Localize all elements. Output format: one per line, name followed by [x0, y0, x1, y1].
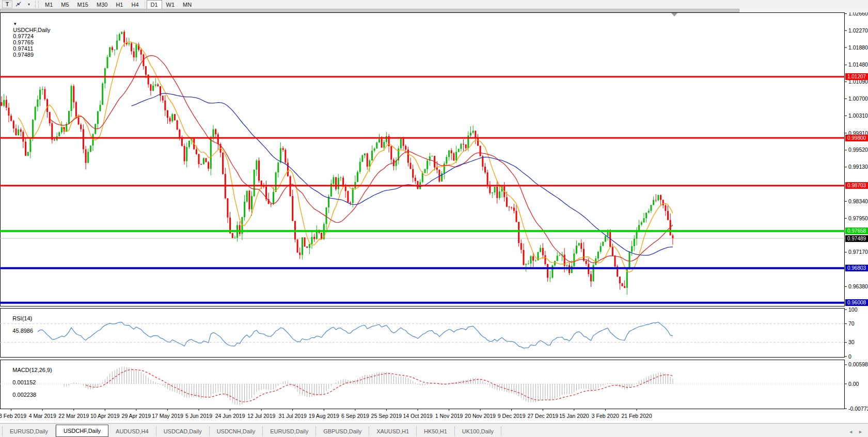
level-price-badge: 0.99800 [845, 135, 868, 141]
price-tick-label: 1.02660 [848, 12, 868, 17]
chart-tab-eurusd-daily[interactable]: EURUSD,Daily [2, 426, 56, 436]
chart-tab-usdcnh-daily[interactable]: USDCNH,Daily [210, 426, 263, 436]
timeframe-toolbar: M1M5M15M30H1H4D1W1MN [41, 0, 196, 9]
date-tick-label: 29 Apr 2019 [122, 413, 151, 419]
price-tick-label: 1.01880 [848, 44, 868, 51]
toolbar-grip [35, 1, 39, 8]
date-tick-label: 10 Apr 2019 [90, 413, 120, 419]
text-tool-icon: T [6, 2, 9, 7]
level-price-badge: 0.96008 [845, 299, 868, 306]
date-tick-label: 15 Jan 2020 [559, 413, 589, 419]
toolbar-separator [145, 1, 145, 8]
arrange-charts-button[interactable] [13, 1, 23, 8]
level-price-badge: 1.01207 [845, 73, 868, 80]
date-tick-label: 20 Nov 2019 [465, 413, 496, 419]
date-tick-label: 21 Feb 2020 [622, 413, 652, 419]
chart-area: 1.026601.022701.018801.014801.010901.007… [0, 12, 868, 423]
date-tick-label: 14 Oct 2019 [403, 413, 432, 419]
quote-close: 0.97489 [13, 52, 34, 58]
price-tick-label: 0.99520 [848, 147, 868, 153]
rsi-indicator-label: RSI(14) 45.8986 [3, 309, 33, 340]
date-tick-label: 13 Feb 2019 [0, 413, 26, 419]
price-tick-label: 0.96380 [848, 283, 868, 289]
macd-indicator-label: MACD(12,26,9) 0.001152 0.002238 [3, 361, 52, 404]
chart-tab-gbpusd-daily[interactable]: GBPUSD,Daily [316, 426, 369, 436]
chart-tab-bar: EURUSD,DailyUSDCHF,DailyAUDUSD,H4USDCAD,… [0, 423, 868, 437]
rsi-name: RSI(14) [12, 315, 32, 321]
quote-low: 0.97411 [13, 45, 33, 52]
timeframe-button-h4[interactable]: H4 [127, 0, 143, 9]
quote-high: 0.97765 [13, 39, 34, 45]
macd-tick-label: 0.005986 [848, 361, 868, 367]
arrange-dropdown-caret[interactable]: ▾ [24, 1, 33, 8]
macd-signal-value: 0.002238 [12, 392, 36, 398]
main-panel[interactable] [1, 13, 845, 306]
date-tick-label: 25 Sep 2019 [371, 413, 402, 419]
rsi-tick-label: 100 [848, 306, 858, 313]
toolbar: T ▾ M1M5M15M30H1H4D1W1MN [0, 0, 868, 9]
level-price-badge: 0.98703 [845, 182, 868, 189]
macd-name: MACD(12,26,9) [12, 367, 52, 373]
timeframe-button-m5[interactable]: M5 [57, 0, 73, 9]
chart-canvas[interactable]: 1.026601.022701.018801.014801.010901.007… [0, 12, 868, 423]
rsi-tick-label: 70 [848, 320, 855, 327]
chart-tab-usdchf-daily[interactable]: USDCHF,Daily [56, 425, 108, 437]
price-tick-label: 1.00310 [848, 112, 868, 119]
arrange-arrows-icon [15, 1, 22, 8]
terminal-window: T ▾ M1M5M15M30H1H4D1W1MN 1.026601.022701… [0, 0, 868, 437]
level-price-badge: 0.97658 [845, 228, 868, 234]
date-tick-label: 4 Mar 2019 [29, 413, 56, 419]
chart-tab-audusd-h4[interactable]: AUDUSD,H4 [108, 426, 156, 436]
chart-tab-eurusd-daily[interactable]: EURUSD,Daily [263, 426, 316, 436]
macd-tick-label: 0.00 [848, 381, 859, 387]
date-tick-label: 12 Jul 2019 [247, 413, 275, 419]
level-price-badge: 0.96803 [845, 265, 868, 271]
date-tick-label: 9 Dec 2019 [498, 413, 526, 419]
chart-horizontal-scrollbar[interactable] [0, 9, 868, 12]
timeframe-button-m15[interactable]: M15 [73, 0, 92, 9]
date-tick-label: 5 Jun 2019 [185, 413, 212, 419]
date-tick-label: 27 Dec 2019 [528, 413, 559, 419]
date-tick-label: 19 Aug 2019 [309, 413, 339, 419]
chart-tab-uk100-daily[interactable]: UK100,Daily [455, 426, 501, 436]
date-tick-label: 17 May 2019 [152, 413, 183, 419]
rsi-value: 45.8986 [12, 328, 33, 334]
quote-open: 0.97724 [13, 33, 34, 39]
current-price-badge: 0.97489 [845, 235, 868, 242]
chart-tab-usdcad-daily[interactable]: USDCAD,Daily [156, 426, 210, 436]
scrollbar-thumb[interactable] [0, 9, 739, 12]
macd-tick-label: -0.007737 [848, 406, 868, 412]
timeframe-button-d1[interactable]: D1 [147, 0, 162, 9]
price-tick-label: 0.97950 [848, 215, 868, 221]
price-tick-label: 0.99130 [848, 164, 868, 170]
date-tick-label: 22 Mar 2019 [58, 413, 89, 419]
chevron-down-icon: ▾ [28, 2, 30, 7]
timeframe-button-w1[interactable]: W1 [162, 0, 179, 9]
price-tick-label: 1.02270 [848, 27, 868, 34]
text-tool-button[interactable]: T [2, 1, 12, 8]
symbol-dropdown-icon[interactable]: ▼ [13, 22, 17, 26]
date-tick-label: 31 Jul 2019 [279, 413, 307, 419]
chart-tab-xauusd-h1[interactable]: XAUUSD,H1 [369, 426, 417, 436]
rsi-tick-label: 30 [848, 339, 855, 345]
chart-ohlc-header: ▼ USDCHF,Daily 0.97724 0.97765 0.97411 0… [4, 14, 56, 64]
date-tick-label: 3 Feb 2020 [592, 413, 619, 419]
tab-scroll-left-icon[interactable]: ◄ [848, 429, 853, 434]
symbol-name: USDCHF,Daily [13, 27, 50, 33]
price-tick-label: 0.97170 [848, 249, 868, 255]
price-tick-label: 1.00700 [848, 95, 868, 102]
date-tick-label: 1 Nov 2019 [435, 413, 463, 419]
timeframe-button-m1[interactable]: M1 [41, 0, 57, 9]
price-tick-label: 0.98340 [848, 198, 868, 204]
timeframe-button-h1[interactable]: H1 [112, 0, 127, 9]
timeframe-button-mn[interactable]: MN [179, 0, 196, 9]
macd-main-value: 0.001152 [12, 379, 36, 385]
chart-tab-hk50-h1[interactable]: HK50,H1 [417, 426, 455, 436]
tab-scroll-buttons: ◄ ► [848, 429, 863, 434]
date-tick-label: 6 Sep 2019 [341, 413, 369, 419]
tab-scroll-right-icon[interactable]: ► [858, 429, 863, 434]
date-tick-label: 24 Jun 2019 [215, 413, 245, 419]
timeframe-button-m30[interactable]: M30 [92, 0, 112, 9]
rsi-tick-label: 0 [848, 353, 851, 360]
rsi-panel[interactable] [1, 309, 845, 358]
